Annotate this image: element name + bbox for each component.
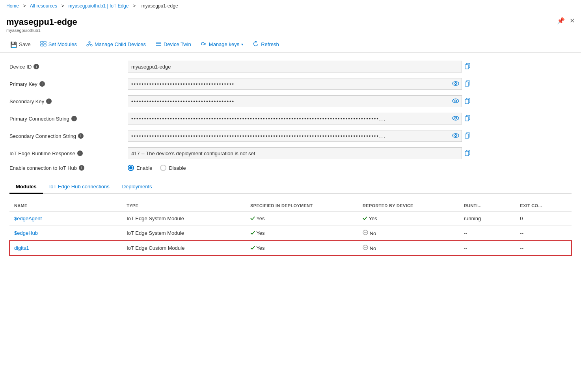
cell-name[interactable]: $edgeAgent xyxy=(9,212,122,226)
svg-point-32 xyxy=(455,135,457,137)
breadcrumb: Home > All resources > myasegpuiothub1 |… xyxy=(0,0,581,12)
cell-type: IoT Edge System Module xyxy=(122,226,246,241)
runtime-response-input xyxy=(128,147,462,159)
svg-point-27 xyxy=(453,116,459,120)
primary-key-row: Primary Key i ••••••••••••••••••••••••••… xyxy=(9,78,572,90)
cell-runtime: -- xyxy=(459,241,516,256)
secondary-connection-row: Secondary Connection String i ••••••••••… xyxy=(9,130,572,142)
cell-exit: -- xyxy=(515,226,572,241)
primary-key-copy-icon[interactable] xyxy=(464,80,471,88)
primary-connection-eye-icon[interactable] xyxy=(452,115,459,122)
svg-point-19 xyxy=(453,82,459,85)
runtime-response-row: IoT Edge Runtime Response i xyxy=(9,147,572,159)
svg-rect-34 xyxy=(465,134,469,138)
tab-hub-connections[interactable]: IoT Edge Hub connections xyxy=(43,180,116,194)
secondary-key-eye-icon[interactable] xyxy=(452,98,459,104)
primary-connection-info-icon[interactable]: i xyxy=(71,116,77,121)
secondary-key-row: Secondary Key i ••••••••••••••••••••••••… xyxy=(9,95,572,107)
cell-type: IoT Edge System Module xyxy=(122,212,246,226)
breadcrumb-home[interactable]: Home xyxy=(6,3,19,9)
col-header-reported: REPORTED BY DEVICE xyxy=(358,200,459,212)
svg-point-31 xyxy=(453,134,459,137)
breadcrumb-iot-edge[interactable]: myasegpuiothub1 | IoT Edge xyxy=(68,3,128,9)
close-icon[interactable]: ✕ xyxy=(570,17,575,24)
device-id-input[interactable] xyxy=(128,61,462,72)
secondary-key-info-icon[interactable]: i xyxy=(46,98,52,104)
tabs-section: Modules IoT Edge Hub connections Deploym… xyxy=(9,180,572,194)
enable-connection-row: Enable connection to IoT Hub i Enable Di… xyxy=(9,165,572,171)
pin-icon[interactable]: 📌 xyxy=(557,17,565,24)
cell-name[interactable]: $edgeHub xyxy=(9,226,122,241)
svg-point-6 xyxy=(91,45,92,46)
table-row: digits1 IoT Edge Custom Module Yes No --… xyxy=(9,241,572,256)
secondary-connection-copy-icon[interactable] xyxy=(464,132,471,140)
primary-key-eye-icon[interactable] xyxy=(452,81,459,87)
manage-child-button[interactable]: Manage Child Devices xyxy=(82,39,150,50)
enable-connection-info-icon[interactable]: i xyxy=(79,165,84,171)
refresh-icon xyxy=(253,41,259,48)
secondary-connection-eye-icon[interactable] xyxy=(452,133,459,139)
col-header-name: NAME xyxy=(9,200,122,212)
main-content: Device ID i Primary Key i xyxy=(0,53,581,264)
secondary-connection-input: ••••••••••••••••••••••••••••••••••••••••… xyxy=(128,130,462,142)
disable-radio[interactable]: Disable xyxy=(160,165,186,171)
primary-key-input: •••••••••••••••••••••••••••••••••••••••• xyxy=(128,78,462,90)
enable-connection-radio-group: Enable Disable xyxy=(128,165,186,171)
svg-point-13 xyxy=(201,43,204,45)
refresh-button[interactable]: Refresh xyxy=(249,39,283,50)
svg-point-20 xyxy=(455,83,457,85)
cell-deployment: Yes xyxy=(246,241,358,256)
svg-point-5 xyxy=(87,45,88,46)
save-icon: 💾 xyxy=(10,41,17,48)
svg-rect-3 xyxy=(44,44,46,46)
enable-connection-label: Enable connection to IoT Hub i xyxy=(9,165,128,171)
cell-name[interactable]: digits1 xyxy=(9,241,122,256)
breadcrumb-all-resources[interactable]: All resources xyxy=(30,3,57,9)
svg-rect-2 xyxy=(41,44,43,46)
svg-rect-30 xyxy=(465,117,469,121)
runtime-response-info-icon[interactable]: i xyxy=(77,150,83,156)
modules-table: NAME TYPE SPECIFIED IN DEPLOYMENT REPORT… xyxy=(9,200,572,256)
primary-connection-label: Primary Connection String i xyxy=(9,116,128,122)
tab-deployments[interactable]: Deployments xyxy=(116,180,158,194)
secondary-connection-info-icon[interactable]: i xyxy=(78,133,84,139)
save-button[interactable]: 💾 Save xyxy=(6,39,35,50)
primary-key-label: Primary Key i xyxy=(9,81,128,87)
svg-rect-1 xyxy=(44,41,46,43)
runtime-response-label: IoT Edge Runtime Response i xyxy=(9,150,128,156)
device-id-info-icon[interactable]: i xyxy=(34,64,39,69)
cell-exit: -- xyxy=(515,241,572,256)
page-header: myasegpu1-edge myasegpuiothub1 📌 ✕ xyxy=(0,12,581,36)
set-modules-button[interactable]: Set Modules xyxy=(36,39,81,50)
svg-rect-18 xyxy=(465,65,469,69)
tabs-nav: Modules IoT Edge Hub connections Deploym… xyxy=(9,180,572,193)
svg-rect-22 xyxy=(465,82,469,86)
tab-modules[interactable]: Modules xyxy=(9,180,43,194)
table-header-row: NAME TYPE SPECIFIED IN DEPLOYMENT REPORT… xyxy=(9,200,572,212)
col-header-exit: EXIT CO... xyxy=(515,200,572,212)
enable-radio[interactable]: Enable xyxy=(128,165,152,171)
device-id-copy-icon[interactable] xyxy=(464,63,471,71)
cell-reported: No xyxy=(358,226,459,241)
primary-connection-row: Primary Connection String i ••••••••••••… xyxy=(9,113,572,124)
device-twin-button[interactable]: Device Twin xyxy=(151,39,195,50)
col-header-type: TYPE xyxy=(122,200,246,212)
secondary-connection-label: Secondary Connection String i xyxy=(9,133,128,139)
primary-connection-input: ••••••••••••••••••••••••••••••••••••••••… xyxy=(128,113,462,124)
svg-point-24 xyxy=(455,100,457,102)
manage-keys-button[interactable]: Manage keys ▾ xyxy=(197,39,247,50)
device-id-row: Device ID i xyxy=(9,61,572,72)
primary-connection-copy-icon[interactable] xyxy=(464,115,471,123)
secondary-key-input: •••••••••••••••••••••••••••••••••••••••• xyxy=(128,95,462,107)
cell-exit: 0 xyxy=(515,212,572,226)
primary-key-info-icon[interactable]: i xyxy=(39,81,45,87)
table-row: $edgeAgent IoT Edge System Module Yes Ye… xyxy=(9,212,572,226)
secondary-key-copy-icon[interactable] xyxy=(464,98,471,105)
manage-keys-icon xyxy=(201,41,207,48)
cell-deployment: Yes xyxy=(246,212,358,226)
runtime-response-copy-icon[interactable] xyxy=(464,150,471,157)
svg-point-23 xyxy=(453,99,459,103)
enable-radio-inner xyxy=(129,166,132,169)
cell-reported: No xyxy=(358,241,459,256)
svg-rect-26 xyxy=(465,99,469,104)
